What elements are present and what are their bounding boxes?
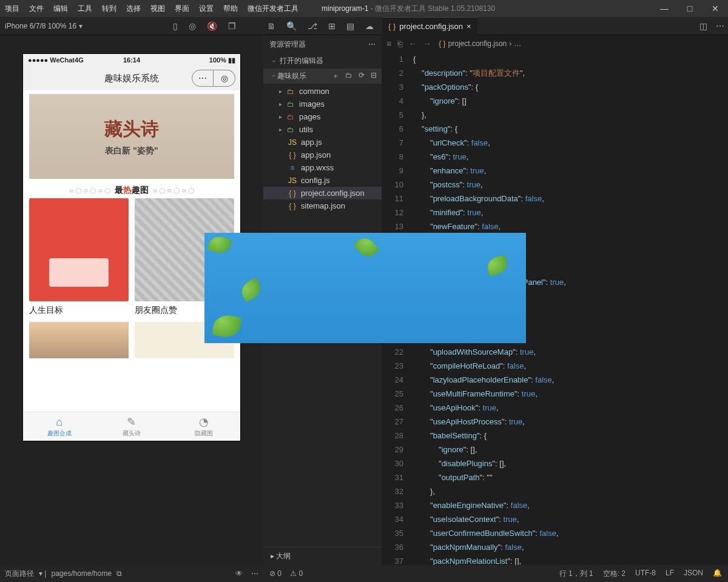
capsule-close-button[interactable]: ◎ xyxy=(214,70,235,87)
breadcrumb[interactable]: { } project.config.json › … xyxy=(439,39,521,48)
mute-icon[interactable]: 🔇 xyxy=(207,21,217,31)
json-icon: { } xyxy=(439,39,445,48)
language-info[interactable]: JSON xyxy=(684,569,703,579)
cloud-icon[interactable]: ☁ xyxy=(365,21,374,31)
hero-banner[interactable]: 藏头诗 表白新 "姿势" xyxy=(29,94,234,179)
copy-icon[interactable]: ⧉ xyxy=(116,569,122,578)
eye-icon[interactable]: 👁 xyxy=(235,569,243,578)
section-divider: ○ ◌ ○ ◌ ○ ◌ 最热趣图 ○ ◌ ○ ◌ ○ ◌ xyxy=(23,182,240,198)
menu-item[interactable]: 视图 xyxy=(146,4,170,13)
path-label: 页面路径 xyxy=(5,569,34,579)
list-icon[interactable]: ≡ xyxy=(386,39,391,48)
menu-item[interactable]: 界面 xyxy=(170,4,194,13)
tree-label: app.json xyxy=(301,150,331,159)
close-button[interactable]: ✕ xyxy=(703,0,728,17)
overlay-banner[interactable] xyxy=(204,233,526,343)
tree-node[interactable]: { } sitemap.json xyxy=(263,199,382,212)
editor-tab[interactable]: { } project.config.json × xyxy=(382,17,477,35)
menu-item[interactable]: 文件 xyxy=(24,4,49,13)
editor-statusbar: ⊘ 0 ⚠ 0 行 1，列 1 空格: 2 UTF-8 LF JSON 🔔 xyxy=(263,565,728,582)
menu-item[interactable]: 设置 xyxy=(194,4,218,13)
file-icon: { } xyxy=(288,189,297,198)
branch-icon[interactable]: ⎇ xyxy=(308,21,317,31)
tree-label: utils xyxy=(299,125,313,134)
refresh-icon[interactable]: ⟳ xyxy=(359,71,365,81)
capsule-menu-button[interactable]: ⋯ xyxy=(192,70,214,87)
tree-node[interactable]: { } project.config.json xyxy=(263,187,382,199)
tree-label: config.js xyxy=(301,176,330,185)
grid-icon[interactable]: ⊞ xyxy=(328,21,335,31)
forward-icon[interactable]: → xyxy=(423,39,431,48)
menu-item[interactable]: 项目 xyxy=(0,4,24,13)
tab-item[interactable]: ⌂趣图合成 xyxy=(23,412,95,441)
record-icon[interactable]: ◎ xyxy=(189,21,196,31)
eol-info[interactable]: LF xyxy=(666,569,674,579)
device-selector[interactable]: iPhone 6/7/8 100% 16 ▾ xyxy=(0,22,87,30)
tree-node[interactable]: JS app.js xyxy=(263,136,382,149)
tree-label: app.js xyxy=(301,138,322,147)
tree-label: images xyxy=(299,99,325,109)
panel-icon[interactable]: ▤ xyxy=(346,21,354,31)
indent-info[interactable]: 空格: 2 xyxy=(603,569,625,579)
phone-statusbar: ●●●●● WeChat4G 16:14 100% ▮▮ xyxy=(23,54,240,66)
file-icon: ≡ xyxy=(288,164,297,172)
menu-item[interactable]: 编辑 xyxy=(49,4,73,13)
bell-icon[interactable]: 🔔 xyxy=(713,569,722,579)
menu-item[interactable]: 选择 xyxy=(121,4,146,13)
file-icon: { } xyxy=(288,202,297,210)
clock-label: 16:14 xyxy=(123,56,140,64)
tree-node[interactable]: ▸ 🗀 common xyxy=(263,85,382,98)
menu-item[interactable]: 帮助 xyxy=(218,4,243,13)
tree-node[interactable]: { } app.json xyxy=(263,149,382,161)
files-icon[interactable]: 🗎 xyxy=(267,21,275,31)
bookmark-icon[interactable]: ⎗ xyxy=(397,39,402,48)
json-icon: { } xyxy=(388,22,396,31)
tree-node[interactable]: JS config.js xyxy=(263,174,382,187)
tree-node[interactable]: ▸ 🗀 images xyxy=(263,98,382,110)
tree-node[interactable]: ≡ app.wxss xyxy=(263,161,382,174)
split-icon[interactable]: ◫ xyxy=(699,21,707,31)
outline-section[interactable]: ▸ 大纲 xyxy=(263,547,382,565)
card-image xyxy=(29,198,129,301)
more-icon[interactable]: ⋯ xyxy=(716,21,724,31)
search-icon[interactable]: 🔍 xyxy=(286,21,297,31)
open-editors-section[interactable]: 打开的编辑器 xyxy=(263,53,382,69)
warnings-badge[interactable]: ⚠ 0 xyxy=(290,569,303,578)
more-icon[interactable]: ⋯ xyxy=(368,40,376,48)
tab-item[interactable]: ✎藏头诗 xyxy=(95,412,167,441)
new-file-icon[interactable]: ＋ xyxy=(332,71,339,81)
page-path[interactable]: pages/home/home xyxy=(51,569,111,578)
errors-badge[interactable]: ⊘ 0 xyxy=(269,569,281,578)
menu-item[interactable]: 微信开发者工具 xyxy=(243,4,303,13)
collapse-icon[interactable]: ⊟ xyxy=(371,71,377,81)
file-icon: JS xyxy=(288,176,297,185)
window-title: miniprogram-1 - 微信开发者工具 Stable 1.05.2108… xyxy=(322,4,495,14)
tree-node[interactable]: ▸ 🗀 pages xyxy=(263,110,382,123)
card-item[interactable]: 人生目标 xyxy=(29,198,129,316)
folder-icon: 🗀 xyxy=(286,113,295,121)
windows-icon[interactable]: ❐ xyxy=(228,21,236,31)
encoding-info[interactable]: UTF-8 xyxy=(635,569,656,579)
card-image[interactable] xyxy=(29,322,129,358)
tab-label: project.config.json xyxy=(399,22,463,31)
cursor-position[interactable]: 行 1，列 1 xyxy=(559,569,593,579)
new-folder-icon[interactable]: 🗀 xyxy=(345,71,352,81)
minimize-button[interactable]: — xyxy=(652,0,677,17)
phone-icon[interactable]: ▯ xyxy=(173,21,178,31)
tree-node[interactable]: ▸ 🗀 utils xyxy=(263,123,382,136)
tree-label: common xyxy=(299,87,329,96)
back-icon[interactable]: ← xyxy=(408,39,417,48)
tree-label: project.config.json xyxy=(301,189,365,198)
tab-close-icon[interactable]: × xyxy=(467,22,471,31)
maximize-button[interactable]: □ xyxy=(677,0,703,17)
menu-item[interactable]: 工具 xyxy=(73,4,97,13)
app-title: 趣味娱乐系统 xyxy=(104,73,159,84)
menu-item[interactable]: 转到 xyxy=(97,4,121,13)
more-icon[interactable]: ⋯ xyxy=(251,569,258,578)
pie-icon: ◔ xyxy=(199,415,209,429)
tab-item[interactable]: ◔隐藏图 xyxy=(168,412,240,441)
hero-title: 藏头诗 xyxy=(104,117,159,142)
simulator-statusbar: 页面路径▾ | pages/home/home ⧉ 👁 ⋯ xyxy=(0,565,263,582)
project-root[interactable]: 趣味娱乐 ＋ 🗀 ⟳ ⊟ xyxy=(263,69,382,84)
home-icon: ⌂ xyxy=(56,416,62,429)
